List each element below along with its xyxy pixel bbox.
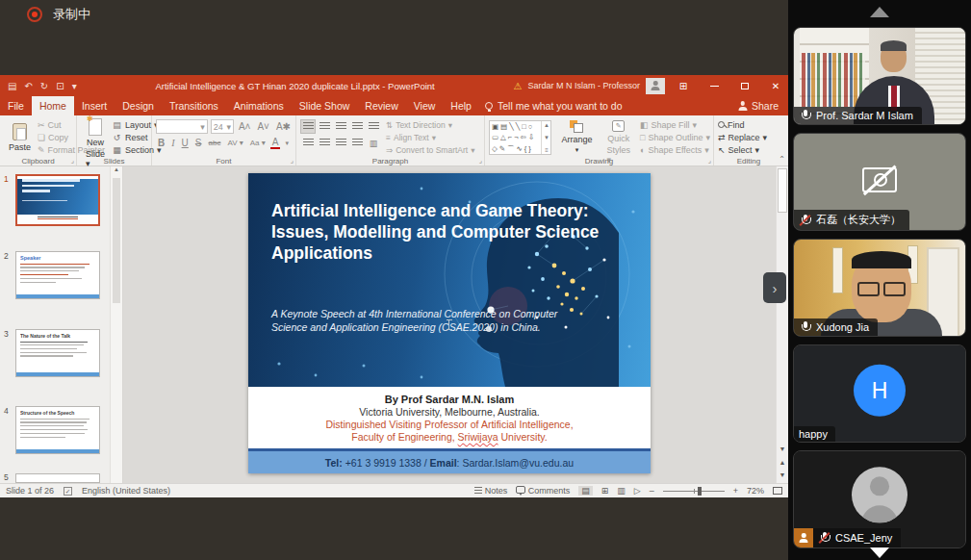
numbering-button[interactable] [317, 119, 332, 134]
shape-gallery-row-1[interactable]: ▣▤╲╲□○ [492, 123, 541, 131]
character-spacing-button[interactable]: AV ▾ [225, 139, 244, 147]
paste-button[interactable]: Paste [4, 118, 36, 156]
align-text-button[interactable]: ≡Align Text ▾ [386, 131, 475, 143]
slide-thumbnail-5[interactable] [15, 473, 100, 483]
tab-animations[interactable]: Animations [226, 96, 292, 115]
tab-help[interactable]: Help [443, 96, 479, 115]
spellcheck-status-icon[interactable]: ✓ [64, 487, 72, 496]
clipboard-dialog-launcher-icon[interactable]: ⌟ [71, 157, 74, 165]
undo-icon[interactable]: ↶ [24, 81, 32, 91]
slide-thumbnail-4[interactable]: Structure of the Speech [15, 406, 100, 454]
slide-contact-bar[interactable]: Tel: +61 3 9919 1338 / Email: Sardar.Isl… [248, 448, 651, 473]
slide-thumbnail-3[interactable]: The Nature of the Talk [15, 329, 100, 377]
font-color-dropdown-icon[interactable]: ▾ [283, 140, 291, 147]
slide-area-scrollbar[interactable]: ▼ ▲ ▼ [776, 166, 788, 483]
scrollbar-thumb[interactable] [778, 168, 787, 213]
bold-button[interactable]: B [156, 138, 166, 148]
decrease-indent-button[interactable] [333, 119, 348, 134]
slide-thumbnail-2[interactable]: Speaker [15, 251, 100, 299]
shadow-strike-button[interactable]: S [193, 138, 204, 148]
scroll-down-icon[interactable]: ▼ [777, 445, 788, 454]
tab-file[interactable]: File [0, 96, 32, 115]
strikethrough-button[interactable]: abc [206, 139, 222, 147]
italic-button[interactable]: I [169, 138, 176, 148]
increase-font-icon[interactable]: A˄ [237, 121, 253, 132]
find-button[interactable]: Find [718, 118, 780, 131]
justify-button[interactable] [349, 136, 365, 150]
thumbnail-panel-scrollbar[interactable]: ▲ [110, 166, 122, 483]
tab-transitions[interactable]: Transitions [162, 96, 226, 115]
tab-slideshow[interactable]: Slide Show [292, 96, 358, 115]
slide-title[interactable]: Artificial Intelligence and Game Theory:… [271, 200, 603, 264]
text-direction-button[interactable]: ⇅Text Direction ▾ [386, 118, 475, 131]
scroll-down-arrow[interactable] [870, 547, 889, 558]
increase-indent-button[interactable] [349, 119, 365, 134]
video-panel-toggle[interactable]: › [763, 272, 786, 303]
align-right-button[interactable] [333, 136, 348, 150]
font-color-button[interactable]: A [270, 138, 281, 149]
underline-button[interactable]: U [180, 138, 191, 148]
convert-smartart-button[interactable]: ⇒Convert to SmartArt ▾ [386, 143, 475, 156]
tell-me-box[interactable]: Tell me what you want to do [485, 100, 623, 112]
redo-icon[interactable]: ↻ [40, 81, 48, 91]
shape-gallery-row-2[interactable]: ▭△⌐¬⇦⇩ [492, 134, 541, 141]
tab-insert[interactable]: Insert [74, 96, 115, 115]
normal-view-button[interactable]: ▤ [578, 486, 593, 496]
start-slideshow-icon[interactable]: ⊡ [56, 81, 64, 91]
zoom-level[interactable]: 72% [747, 486, 764, 496]
comments-button[interactable]: Comments [516, 486, 570, 496]
slideshow-view-button[interactable]: ▷ [634, 486, 641, 496]
previous-slide-button[interactable]: ▲ [777, 458, 788, 468]
shape-gallery-scrollbar[interactable]: ▲▼≡ [541, 121, 550, 154]
thumbnail-scrollbar-thumb[interactable] [113, 178, 120, 303]
shape-effects-button[interactable]: ◐Shape Effects ▾ [640, 143, 710, 156]
close-button[interactable]: ✕ [763, 75, 788, 96]
align-left-button[interactable] [300, 136, 316, 150]
video-tile-4[interactable]: H happy [793, 344, 966, 443]
columns-button[interactable]: ▥ [366, 136, 381, 150]
account-name[interactable]: Sardar M N Islam - Professor [527, 81, 640, 90]
clear-formatting-icon[interactable]: A✱ [274, 121, 293, 132]
video-tile-5[interactable]: CSAE_Jeny [793, 450, 966, 548]
fit-to-window-icon[interactable] [773, 487, 782, 495]
arrange-button[interactable]: Arrange ▾ [556, 118, 597, 154]
reading-view-button[interactable]: ▥ [617, 486, 626, 496]
slide-counter[interactable]: Slide 1 of 26 [6, 486, 54, 496]
line-spacing-button[interactable] [366, 119, 381, 134]
next-slide-button[interactable]: ▼ [777, 471, 788, 480]
drawing-dialog-launcher-icon[interactable]: ⌟ [708, 157, 711, 165]
slide-subtitle[interactable]: A Keynote Speech at 4th International Co… [271, 308, 589, 334]
slide-author-block[interactable]: By Prof Sardar M.N. Islam Victoria Unive… [248, 387, 651, 448]
shape-gallery-row-3[interactable]: ◇✎⌒∿{} [492, 145, 541, 153]
minimize-button[interactable] [702, 75, 727, 96]
zoom-in-button[interactable]: + [733, 486, 738, 496]
zoom-out-button[interactable]: – [650, 486, 654, 496]
ribbon-display-options-icon[interactable]: ⊞ [671, 75, 696, 96]
account-avatar[interactable] [646, 78, 665, 94]
decrease-font-icon[interactable]: A˅ [255, 121, 271, 132]
paragraph-dialog-launcher-icon[interactable]: ⌟ [479, 157, 482, 165]
font-size-combo[interactable]: 24▾ [211, 119, 234, 134]
save-icon[interactable]: ▤ [8, 81, 16, 91]
video-tile-1[interactable]: Prof. Sardar M Islam [793, 27, 966, 125]
collapse-ribbon-icon[interactable]: ⌃ [779, 155, 785, 164]
tab-view[interactable]: View [406, 96, 444, 115]
zoom-slider[interactable] [663, 491, 725, 492]
shape-gallery[interactable]: ▣▤╲╲□○ ▭△⌐¬⇦⇩ ◇✎⌒∿{} ▲▼≡ [489, 120, 551, 155]
share-button[interactable]: Share [738, 100, 779, 112]
shape-fill-button[interactable]: ◧Shape Fill ▾ [640, 118, 710, 131]
scroll-up-arrow[interactable] [870, 7, 889, 17]
replace-button[interactable]: ⇄Replace ▾ [718, 131, 780, 143]
bullets-button[interactable] [300, 119, 316, 134]
notes-button[interactable]: Notes [474, 486, 507, 496]
change-case-button[interactable]: Aa ▾ [248, 139, 268, 147]
font-name-combo[interactable]: ▾ [156, 119, 208, 134]
slide-canvas[interactable]: Artificial Intelligence and Game Theory:… [248, 173, 651, 473]
shape-outline-button[interactable]: □Shape Outline ▾ [640, 131, 710, 143]
slide-sorter-view-button[interactable]: ⊞ [601, 486, 609, 496]
select-button[interactable]: ↖Select ▾ [718, 143, 780, 156]
language-status[interactable]: English (United States) [82, 486, 170, 496]
font-dialog-launcher-icon[interactable]: ⌟ [291, 157, 294, 165]
slide-thumbnail-1[interactable] [15, 174, 100, 226]
video-tile-3[interactable]: Xudong Jia [793, 239, 966, 337]
